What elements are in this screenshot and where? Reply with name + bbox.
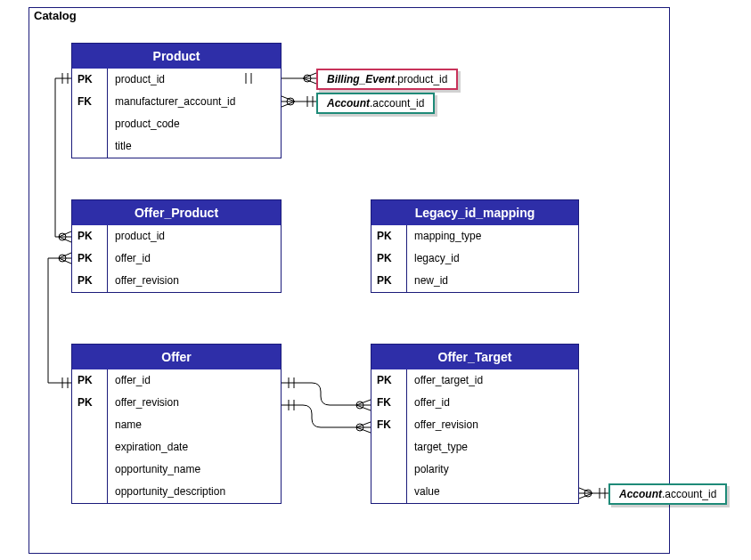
key-label: PK [72,392,107,414]
entity-offer-title: Offer [72,345,281,369]
key-label: PK [371,270,406,292]
attr-name: name [108,414,281,436]
attr-name: polarity [407,459,578,481]
key-label: PK [371,225,406,248]
key-label: PK [72,270,107,292]
key-label [72,436,107,459]
attr-name: offer_revision [108,270,281,292]
entity-product: Product PK FK product_id manufacturer_ac… [71,43,282,158]
key-label: FK [371,392,406,414]
entity-legacy-id-mapping: Legacy_id_mapping PK PK PK mapping_type … [371,199,579,293]
key-label: FK [72,91,107,113]
attr-name: offer_revision [108,392,281,414]
attr-name: title [108,135,281,158]
key-label [72,414,107,436]
attr-name: opportunity_name [108,459,281,481]
entity-offer-product: Offer_Product PK PK PK product_id offer_… [71,199,282,293]
attr-name: offer_id [407,392,578,414]
key-label: PK [72,69,107,91]
key-label [371,459,406,481]
attr-name: mapping_type [407,225,578,248]
attr-name: opportunity_description [108,481,281,503]
key-label [72,135,107,158]
ref-entity: Billing_Event [327,73,395,85]
attr-name: new_id [407,270,578,292]
entity-offer-product-title: Offer_Product [72,200,281,225]
attr-name: product_id [108,69,281,91]
attr-name: legacy_id [407,248,578,270]
attr-name: product_code [108,113,281,135]
entity-product-title: Product [72,44,281,69]
attr-name: offer_id [108,248,281,270]
key-label [72,459,107,481]
key-label: PK [371,369,406,392]
key-label: FK [371,414,406,436]
attr-name: offer_target_id [407,369,578,392]
ref-entity: Account [619,488,662,500]
ref-billing-event: Billing_Event.product_id [316,69,458,90]
entity-offer-target: Offer_Target PK FK FK offer_target_id of… [371,344,579,504]
attr-name: target_type [407,436,578,459]
ref-attr: .product_id [395,73,447,85]
key-label [72,113,107,135]
attr-name: manufacturer_account_id [108,91,281,113]
key-label: PK [72,248,107,270]
ref-attr: .account_id [370,97,424,110]
attr-name: product_id [108,225,281,248]
key-label: PK [371,248,406,270]
attr-name: offer_id [108,369,281,392]
catalog-label: Catalog [34,9,77,22]
entity-offer-target-title: Offer_Target [371,345,578,369]
key-label [371,481,406,503]
attr-name: offer_revision [407,414,578,436]
entity-legacy-title: Legacy_id_mapping [371,200,578,225]
key-label [371,436,406,459]
ref-account-2: Account.account_id [608,483,727,505]
key-label: PK [72,225,107,248]
ref-account-1: Account.account_id [316,93,435,114]
attr-name: value [407,481,578,503]
entity-offer: Offer PK PK offer_id offer_revision name… [71,344,282,504]
key-label: PK [72,369,107,392]
ref-attr: .account_id [662,488,716,500]
key-label [72,481,107,503]
attr-name: expiration_date [108,436,281,459]
ref-entity: Account [327,97,370,110]
